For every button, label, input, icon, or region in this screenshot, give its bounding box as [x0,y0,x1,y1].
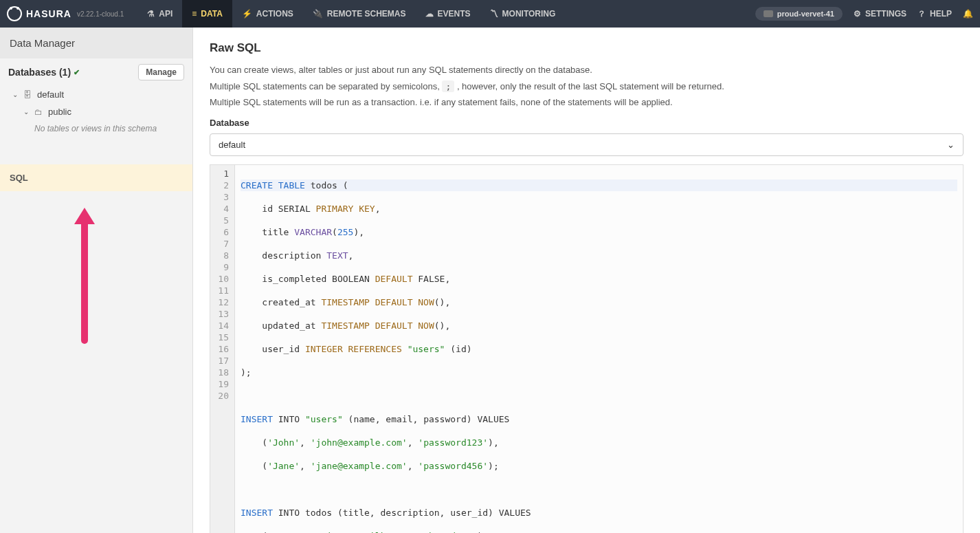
desc-line-3: Multiple SQL statements will be run as a… [193,94,980,111]
databases-label: Databases (1) [8,67,71,78]
schema-tree-item-public[interactable]: ⌄ 🗀 public [0,103,192,120]
databases-header: Databases (1) ✔ Manage [0,58,192,86]
plug-icon: 🔌 [313,9,323,19]
nav-remote-schemas[interactable]: 🔌REMOTE SCHEMAS [303,0,416,28]
folder-icon: 🗀 [34,107,43,117]
project-pill[interactable]: proud-vervet-41 [755,7,843,21]
version-text: v2.22.1-cloud.1 [77,10,124,18]
question-icon: ？ [917,8,926,20]
nav-actions[interactable]: ⚡ACTIONS [232,0,303,28]
chart-icon: 〽 [490,9,498,19]
logo[interactable]: HASURA [7,6,71,21]
project-icon [764,10,773,17]
sql-editor[interactable]: 1234567891011121314151617181920 CREATE T… [210,164,964,534]
nav-monitoring[interactable]: 〽MONITORING [480,0,566,28]
desc-line-2: Multiple SQL statements can be separated… [193,78,980,95]
sidebar-sql-tab[interactable]: SQL [0,164,192,191]
top-nav: HASURA v2.22.1-cloud.1 ⚗API ≡DATA ⚡ACTIO… [0,0,980,28]
nav-items: ⚗API ≡DATA ⚡ACTIONS 🔌REMOTE SCHEMAS ☁EVE… [137,0,565,28]
gear-icon: ⚙ [854,9,861,19]
nav-data[interactable]: ≡DATA [182,0,232,28]
check-icon: ✔ [74,68,80,77]
database-select[interactable]: default ⌄ [210,133,964,156]
brand-text: HASURA [26,8,71,19]
settings-link[interactable]: ⚙SETTINGS [854,9,906,19]
hasura-logo-icon [7,6,22,21]
editor-code[interactable]: CREATE TABLE todos ( id SERIAL PRIMARY K… [235,165,963,534]
database-icon: 🗄 [23,90,32,100]
main-content: Raw SQL You can create views, alter tabl… [193,28,980,533]
desc-line-1: You can create views, alter tables or ju… [193,62,980,78]
chevron-down-icon: ⌄ [23,108,29,116]
editor-gutter: 1234567891011121314151617181920 [210,165,235,534]
sidebar-title: Data Manager [0,28,192,58]
page-title: Raw SQL [210,41,964,55]
help-link[interactable]: ？HELP [917,8,952,20]
empty-schema-msg: No tables or views in this schema [0,120,192,137]
annotation-arrow [81,220,88,344]
nav-api[interactable]: ⚗API [137,0,182,28]
database-icon: ≡ [192,9,197,19]
nav-right: proud-vervet-41 ⚙SETTINGS ？HELP 🔔 [755,7,973,21]
database-field-label: Database [193,111,980,131]
cloud-icon: ☁ [425,9,434,19]
db-tree-item-default[interactable]: ⌄ 🗄 default [0,86,192,103]
bolt-icon: ⚡ [242,9,252,19]
chevron-down-icon: ⌄ [947,140,955,150]
flask-icon: ⚗ [147,9,155,19]
manage-button[interactable]: Manage [138,64,184,80]
notifications-icon[interactable]: 🔔 [963,9,973,19]
sidebar: Data Manager Databases (1) ✔ Manage ⌄ 🗄 … [0,28,193,533]
chevron-down-icon: ⌄ [12,91,18,98]
nav-events[interactable]: ☁EVENTS [416,0,480,28]
